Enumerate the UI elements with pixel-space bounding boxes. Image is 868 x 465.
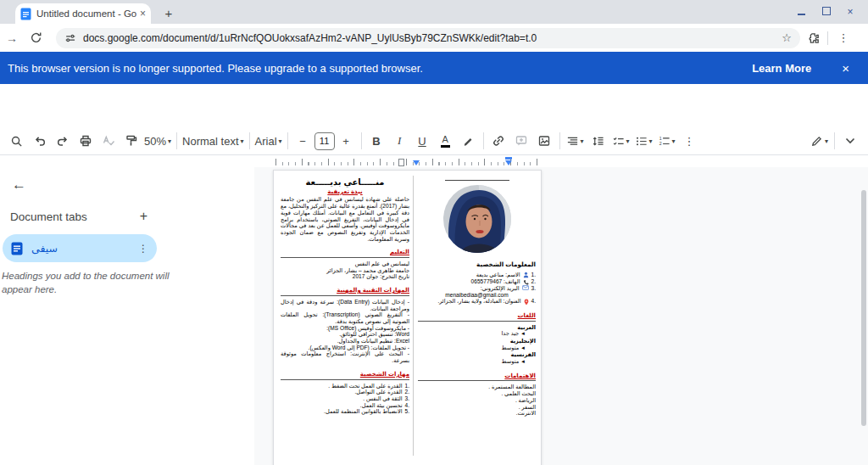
decrease-font-button[interactable]: − [292, 131, 314, 151]
insert-link-button[interactable] [487, 131, 510, 151]
italic-button[interactable]: I [388, 131, 411, 151]
toolbar: 50%▾ Normal text▾ Arial▾ − 11 + B I U A … [0, 127, 868, 155]
undo-button[interactable] [28, 131, 51, 151]
interest-item: المطالعة المستمرة . [418, 384, 536, 390]
tab-name: سيفى [31, 242, 58, 255]
print-button[interactable] [74, 131, 97, 151]
browser-window: Untitled document - Google Dri × + × → d… [0, 0, 868, 465]
personal-skill-item: 5.الانضباط بالقوانين المنظمة للعمل. [281, 408, 409, 415]
education-line: جامعة طاهري محمد – بشار، الجزائر [281, 267, 409, 274]
search-menus-button[interactable] [5, 131, 28, 151]
redo-button[interactable] [51, 131, 74, 151]
checklist-button[interactable]: ▾ [609, 131, 632, 151]
contact-item: 1. الاسم: مناعي بديعة [418, 272, 536, 279]
font-caret-icon: ▾ [279, 137, 282, 145]
language-name: العربية [418, 324, 536, 331]
bulleted-list-button[interactable]: ▾ [632, 131, 655, 151]
email-icon [522, 285, 529, 290]
collapse-panel-button[interactable]: ← [12, 176, 26, 193]
add-tab-button[interactable]: + [140, 209, 147, 224]
profile-photo [443, 185, 511, 253]
editing-mode-caret-icon: ▾ [825, 137, 828, 145]
arrow-bullet-icon: ◄ [520, 345, 526, 350]
link-icon [492, 134, 505, 148]
bold-button[interactable]: B [365, 131, 388, 151]
insert-image-button[interactable] [533, 131, 556, 151]
checklist-icon [612, 135, 625, 148]
arrow-bullet-icon: ◄ [520, 331, 526, 336]
paint-roller-icon [125, 134, 138, 148]
bookmark-star-icon[interactable]: ☆ [782, 31, 792, 44]
photo-top-rule [445, 180, 509, 181]
styles-value: Normal text [182, 135, 238, 148]
contact-item: 3. البريد الإلكتروني: [418, 285, 536, 292]
increase-font-button[interactable]: + [335, 131, 358, 151]
first-line-indent-icon[interactable] [505, 157, 512, 160]
minimize-button[interactable] [788, 0, 814, 24]
numbered-list-button[interactable]: 12▾ [655, 131, 678, 151]
restore-icon [822, 7, 831, 15]
chevron-down-icon [845, 137, 855, 144]
interests-heading: الاهتمامات [418, 373, 536, 379]
more-options-button[interactable]: ⋮ [678, 131, 701, 151]
education-line: ليسانس في علم النفس [281, 261, 409, 267]
reload-button[interactable] [24, 31, 47, 44]
tab-close-icon[interactable]: × [140, 8, 146, 19]
spellcheck-button[interactable] [97, 131, 120, 151]
add-comment-button[interactable] [510, 131, 533, 151]
spellcheck-icon [102, 134, 115, 148]
docs-header: Untitled document Working offline File E… [0, 84, 868, 127]
document-tabs-panel: ← Document tabs + سيفى ⋮ Headings you ad… [0, 156, 254, 465]
personal-skill-item: 1.القدرة على العمل تحت الضغط . [281, 383, 409, 389]
font-value: Arial [255, 135, 277, 148]
address-bar-actions: ⋮ [807, 31, 852, 45]
document-tab-item[interactable]: سيفى ⋮ [3, 234, 157, 262]
section-rule [281, 379, 409, 380]
extensions-puzzle-icon[interactable] [807, 31, 821, 45]
languages-heading: اللغات [418, 312, 536, 319]
bulleted-list-caret-icon: ▾ [649, 137, 653, 145]
browser-tab[interactable]: Untitled document - Google Dri × [15, 3, 151, 24]
resume-name: منـــــاعي بديـــــعة [281, 179, 409, 186]
banner-close-icon[interactable]: × [842, 61, 849, 76]
learn-more-link[interactable]: Learn More [752, 62, 811, 75]
person-icon [523, 272, 529, 278]
browser-menu-icon[interactable]: ⋮ [835, 31, 852, 44]
align-button[interactable]: ▾ [564, 131, 587, 151]
numbered-list-caret-icon: ▾ [672, 137, 676, 145]
forward-icon[interactable]: → [0, 31, 24, 45]
underline-button[interactable]: U [411, 131, 434, 151]
styles-select[interactable]: Normal text▾ [181, 131, 245, 151]
indent-marker-icon[interactable] [413, 160, 420, 165]
hide-menus-button[interactable] [838, 131, 861, 151]
line-spacing-button[interactable] [587, 131, 609, 151]
unsupported-browser-banner: This browser version is no longer suppor… [0, 52, 868, 84]
text-color-button[interactable]: A [434, 131, 457, 151]
divider [176, 132, 177, 149]
reload-icon [30, 31, 42, 44]
restore-button[interactable] [814, 0, 839, 24]
ruler[interactable] [254, 156, 868, 167]
new-tab-button[interactable]: + [159, 3, 178, 22]
vertical-scrollbar[interactable] [861, 190, 866, 426]
arrow-bullet-icon: ◄ [520, 359, 526, 364]
left-indent-marker-icon[interactable] [505, 160, 512, 165]
language-name: الإنجليزية [418, 338, 536, 345]
document-page[interactable]: منـــــاعي بديـــــعة نبذة تعريفية حاصلة… [273, 170, 542, 465]
url-field[interactable]: docs.google.com/document/d/1uRrNcfQOUokx… [56, 28, 800, 48]
zoom-select[interactable]: 50%▾ [142, 131, 173, 151]
font-size-field[interactable]: 11 [314, 132, 335, 150]
tab-title: Untitled document - Google Dri [36, 8, 136, 19]
tab-options-icon[interactable]: ⋮ [138, 243, 148, 255]
text-color-label: A [442, 135, 448, 144]
font-select[interactable]: Arial▾ [253, 131, 284, 151]
ruler-table-marker[interactable] [398, 159, 404, 166]
divider [827, 31, 828, 45]
paint-format-button[interactable] [120, 131, 142, 151]
highlight-color-button[interactable] [457, 131, 480, 151]
tech-skill-line: Excel: تنظيم البيانات والجداول. [281, 338, 409, 345]
site-settings-icon [64, 32, 76, 44]
close-window-button[interactable]: × [837, 0, 863, 24]
interest-item: السفر . [418, 404, 536, 411]
editing-mode-button[interactable]: ▾ [808, 131, 831, 151]
